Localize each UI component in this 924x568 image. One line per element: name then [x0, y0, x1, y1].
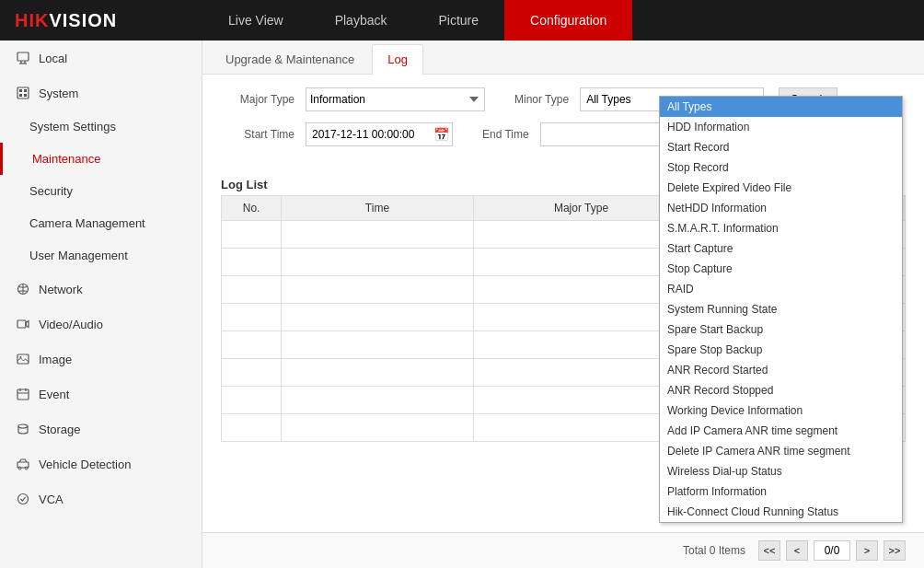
- vehicle-icon: [15, 456, 31, 472]
- system-icon: [15, 85, 31, 101]
- sidebar-item-user-management[interactable]: User Management: [0, 239, 202, 272]
- dropdown-item-stop-capture[interactable]: Stop Capture: [660, 259, 902, 279]
- svg-point-22: [18, 494, 29, 504]
- top-nav: HIKVISION Live View Playback Picture Con…: [0, 0, 924, 41]
- sidebar-item-system-settings[interactable]: System Settings: [0, 110, 202, 143]
- sidebar-local-label: Local: [39, 52, 67, 65]
- tabs-bar: Upgrade & Maintenance Log: [202, 41, 924, 75]
- dropdown-item-spare-start[interactable]: Spare Start Backup: [660, 319, 902, 340]
- event-icon: [15, 386, 31, 402]
- sidebar-system-label: System: [39, 87, 78, 100]
- sidebar-item-vehicle-detection[interactable]: Vehicle Detection: [0, 446, 202, 481]
- svg-rect-11: [17, 320, 26, 328]
- svg-rect-8: [24, 94, 27, 97]
- nav-playback[interactable]: Playback: [309, 0, 413, 41]
- dropdown-item-system-running[interactable]: System Running State: [660, 299, 902, 319]
- monitor-icon: [15, 50, 31, 66]
- sidebar-user-label: User Management: [29, 249, 128, 262]
- sidebar-item-maintenance[interactable]: Maintenance: [0, 143, 202, 175]
- sidebar-item-local[interactable]: Local: [0, 41, 202, 75]
- nav-items: Live View Playback Picture Configuration: [202, 0, 924, 41]
- dropdown-item-start-record[interactable]: Start Record: [660, 137, 902, 157]
- minor-type-label: Minor Type: [514, 93, 569, 106]
- network-icon: [15, 281, 31, 297]
- svg-rect-7: [19, 94, 22, 97]
- dropdown-item-all-types[interactable]: All Types: [660, 97, 902, 117]
- dropdown-item-wireless-dialup[interactable]: Wireless Dial-up Status: [660, 461, 902, 481]
- start-time-wrapper: 📅: [306, 122, 453, 146]
- tab-log[interactable]: Log: [372, 44, 423, 75]
- dropdown-item-delete-expired[interactable]: Delete Expired Video File: [660, 178, 902, 198]
- svg-rect-6: [24, 89, 27, 92]
- minor-type-dropdown[interactable]: All TypesHDD InformationStart RecordStop…: [659, 96, 903, 523]
- major-type-label: Major Type: [221, 93, 295, 106]
- sidebar-image-label: Image: [39, 353, 72, 366]
- dropdown-item-spare-stop[interactable]: Spare Stop Backup: [660, 340, 902, 360]
- last-page-button[interactable]: >>: [884, 540, 906, 561]
- sidebar-network-label: Network: [39, 283, 83, 296]
- sidebar-item-vca[interactable]: VCA: [0, 481, 202, 516]
- sidebar-storage-label: Storage: [39, 423, 81, 436]
- sidebar-item-event[interactable]: Event: [0, 377, 202, 412]
- sidebar-item-network[interactable]: Network: [0, 272, 202, 307]
- storage-icon: [15, 421, 31, 437]
- dropdown-item-raid[interactable]: RAID: [660, 279, 902, 299]
- start-calendar-icon[interactable]: 📅: [433, 127, 449, 142]
- dropdown-item-smart-info[interactable]: S.M.A.R.T. Information: [660, 218, 902, 238]
- sidebar-item-security[interactable]: Security: [0, 175, 202, 207]
- sidebar-maintenance-label: Maintenance: [32, 152, 100, 166]
- tab-upgrade-maintenance[interactable]: Upgrade & Maintenance: [210, 44, 370, 74]
- dropdown-item-platform-info[interactable]: Platform Information: [660, 481, 902, 502]
- col-major-type: Major Type: [473, 196, 689, 221]
- vca-icon: [15, 491, 31, 507]
- first-page-button[interactable]: <<: [758, 540, 780, 561]
- dropdown-item-nethdd-info[interactable]: NetHDD Information: [660, 198, 902, 218]
- nav-picture[interactable]: Picture: [412, 0, 504, 41]
- dropdown-item-hdd-info[interactable]: HDD Information: [660, 117, 902, 137]
- svg-rect-5: [19, 89, 22, 92]
- sidebar-item-video-audio[interactable]: Video/Audio: [0, 307, 202, 342]
- footer: Total 0 Items << < > >>: [202, 532, 924, 568]
- svg-rect-14: [17, 389, 29, 400]
- logo: HIKVISION: [0, 10, 202, 31]
- svg-point-18: [18, 424, 28, 428]
- current-page-input[interactable]: [814, 540, 850, 561]
- sidebar-item-image[interactable]: Image: [0, 342, 202, 377]
- dropdown-item-start-capture[interactable]: Start Capture: [660, 238, 902, 259]
- sidebar-item-camera-management[interactable]: Camera Management: [0, 207, 202, 239]
- end-time-label: End Time: [482, 128, 529, 141]
- dropdown-item-add-anr[interactable]: Add IP Camera ANR time segment: [660, 421, 902, 441]
- nav-live-view[interactable]: Live View: [202, 0, 309, 41]
- col-no: No.: [222, 196, 282, 221]
- svg-rect-4: [17, 87, 29, 99]
- svg-rect-0: [17, 52, 29, 61]
- sidebar: Local System System Settings Maintenance…: [0, 41, 202, 568]
- video-icon: [15, 316, 31, 332]
- start-time-label: Start Time: [221, 128, 295, 141]
- total-items: Total 0 Items: [683, 544, 745, 557]
- dropdown-item-working-device[interactable]: Working Device Information: [660, 400, 902, 421]
- sidebar-video-label: Video/Audio: [39, 318, 103, 331]
- sidebar-vca-label: VCA: [39, 493, 64, 506]
- sidebar-item-storage[interactable]: Storage: [0, 412, 202, 446]
- start-time-input[interactable]: [306, 122, 453, 146]
- dropdown-item-delete-anr[interactable]: Delete IP Camera ANR time segment: [660, 441, 902, 461]
- logo-hik: HIK: [15, 10, 49, 31]
- sidebar-item-system[interactable]: System: [0, 75, 202, 110]
- nav-configuration[interactable]: Configuration: [504, 0, 632, 41]
- next-page-button[interactable]: >: [856, 540, 878, 561]
- dropdown-item-anr-started[interactable]: ANR Record Started: [660, 360, 902, 380]
- sidebar-event-label: Event: [39, 388, 69, 401]
- dropdown-item-hik-connect[interactable]: Hik-Connect Cloud Running Status: [660, 502, 902, 522]
- col-time: Time: [282, 196, 474, 221]
- major-type-select[interactable]: Information Alarm Exception Operation: [306, 87, 485, 111]
- sidebar-system-settings-label: System Settings: [29, 120, 116, 133]
- sidebar-security-label: Security: [29, 184, 73, 198]
- dropdown-item-stop-record[interactable]: Stop Record: [660, 157, 902, 178]
- logo-vision: VISION: [49, 10, 117, 31]
- sidebar-vehicle-label: Vehicle Detection: [39, 458, 131, 471]
- dropdown-item-anr-stopped[interactable]: ANR Record Stopped: [660, 380, 902, 400]
- sidebar-camera-label: Camera Management: [29, 216, 145, 230]
- prev-page-button[interactable]: <: [786, 540, 808, 561]
- image-icon: [15, 351, 31, 367]
